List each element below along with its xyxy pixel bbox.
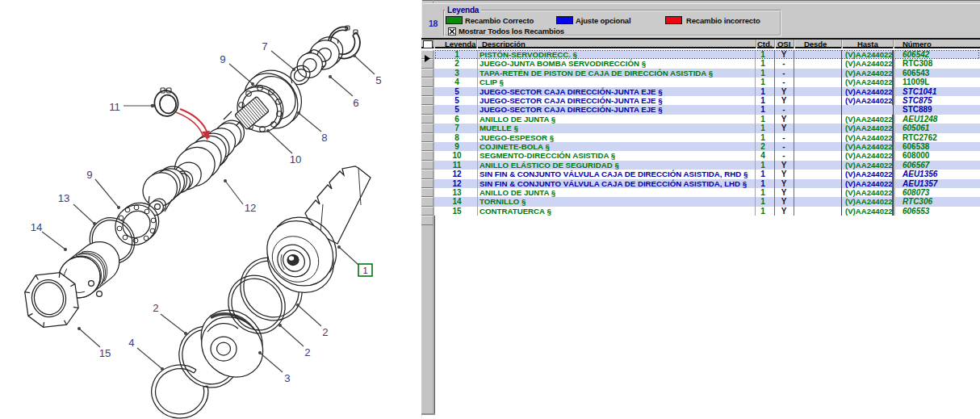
svg-text:11: 11 [109,101,120,113]
svg-text:8: 8 [321,132,327,144]
svg-text:4: 4 [128,337,134,349]
svg-text:14: 14 [31,221,43,233]
svg-text:9: 9 [86,169,92,181]
svg-text:2: 2 [304,346,310,358]
svg-text:1: 1 [362,266,367,275]
svg-text:15: 15 [99,347,111,359]
svg-text:5: 5 [375,74,381,86]
svg-text:13: 13 [58,192,70,204]
svg-text:2: 2 [322,326,328,338]
svg-text:10: 10 [290,153,302,166]
svg-text:6: 6 [353,97,358,109]
svg-text:2: 2 [153,302,158,314]
svg-text:12: 12 [245,202,257,214]
svg-text:7: 7 [262,40,267,52]
svg-text:3: 3 [284,372,290,384]
svg-text:9: 9 [220,53,225,65]
